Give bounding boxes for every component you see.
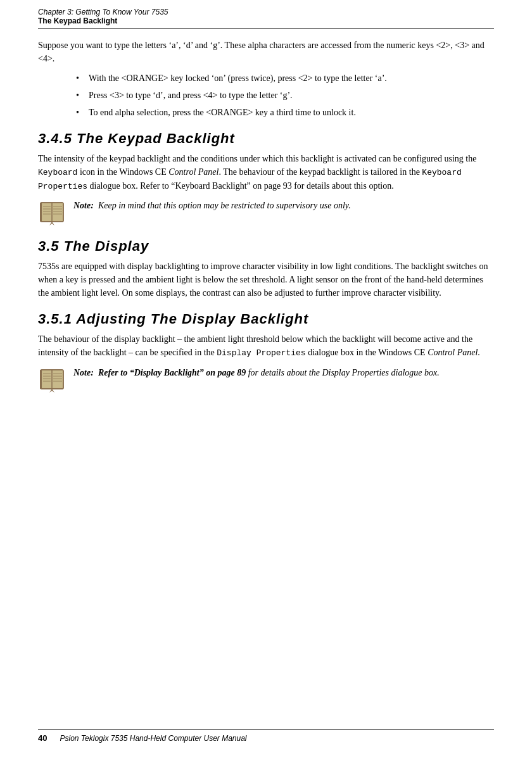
book-svg-2 xyxy=(38,366,66,394)
section-351-text3: . xyxy=(478,348,480,357)
svg-marker-13 xyxy=(49,222,54,225)
list-item: With the <ORANGE> key locked ‘on’ (press… xyxy=(76,72,494,85)
note-2-text: Note: Refer to “Display Backlight” on pa… xyxy=(73,366,440,379)
section-345-text1: The intensity of the keypad backlight an… xyxy=(38,154,476,163)
page-header: Chapter 3: Getting To Know Your 7535 The… xyxy=(38,0,494,28)
section-title: The Keypad Backlight xyxy=(38,16,494,25)
svg-rect-26 xyxy=(40,370,42,389)
note-1-text: Note: Keep in mind that this option may … xyxy=(73,199,351,212)
book-svg xyxy=(38,199,66,227)
section-345-italic1: Control Panel xyxy=(168,167,218,177)
heading-351: 3.5.1 Adjusting The Display Backlight xyxy=(38,311,494,327)
intro-paragraph: Suppose you want to type the letters ‘a’… xyxy=(38,39,494,65)
section-345-text3: . The behaviour of the keypad backlight … xyxy=(218,167,422,177)
section-351-mono1: Display Properties xyxy=(217,348,305,358)
list-item: To end alpha selection, press the <ORANG… xyxy=(76,106,494,119)
chapter-title: Chapter 3: Getting To Know Your 7535 xyxy=(38,8,494,16)
note-2-italic: for details about the Display Properties… xyxy=(246,368,440,377)
footer-page-number: 40 xyxy=(38,733,47,743)
note-2-bold: Refer to “Display Backlight” on page 89 xyxy=(98,368,246,377)
list-item: Press <3> to type ‘d’, and press <4> to … xyxy=(76,89,494,102)
note-2-box: Note: Refer to “Display Backlight” on pa… xyxy=(38,366,494,394)
note-1-label: Note: xyxy=(73,201,94,210)
page-footer: 40 Psion Teklogix 7535 Hand-Held Compute… xyxy=(38,729,494,743)
book-icon-2 xyxy=(38,366,66,394)
bullet-list: With the <ORANGE> key locked ‘on’ (press… xyxy=(76,72,494,119)
page-container: Chapter 3: Getting To Know Your 7535 The… xyxy=(0,0,532,441)
note-1-body: Keep in mind that this option may be res… xyxy=(98,201,351,210)
section-35-body: 7535s are equipped with display backligh… xyxy=(38,260,494,300)
section-345-text2: icon in the Windows CE xyxy=(77,167,168,177)
heading-345: 3.4.5 The Keypad Backlight xyxy=(38,130,494,147)
note-1-box: Note: Keep in mind that this option may … xyxy=(38,199,494,227)
section-351-body: The behaviour of the display backlight –… xyxy=(38,332,494,360)
section-345-text4: dialogue box. Refer to “Keyboard Backlig… xyxy=(87,181,394,191)
book-icon xyxy=(38,199,66,227)
note-2-label: Note: xyxy=(73,368,94,377)
section-345-mono1: Keyboard xyxy=(38,168,77,177)
svg-rect-12 xyxy=(40,203,42,222)
section-351-text2: dialogue box in the Windows CE xyxy=(306,348,428,357)
footer-document-title: Psion Teklogix 7535 Hand-Held Computer U… xyxy=(60,734,246,743)
svg-marker-27 xyxy=(49,389,54,393)
heading-35: 3.5 The Display xyxy=(38,238,494,255)
section-351-italic1: Control Panel xyxy=(428,348,478,357)
section-345-body: The intensity of the keypad backlight an… xyxy=(38,152,494,193)
